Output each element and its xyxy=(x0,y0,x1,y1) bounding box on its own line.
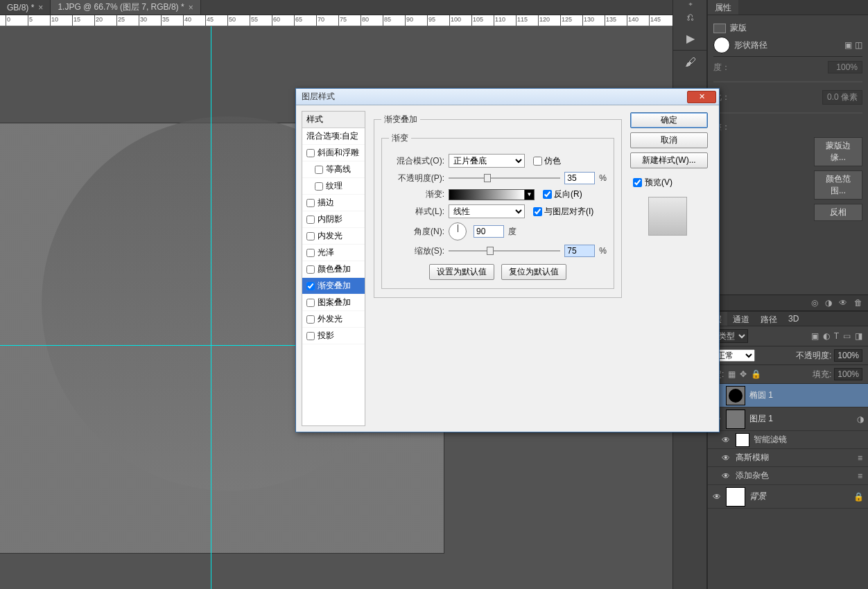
style-checkbox[interactable] xyxy=(315,166,323,174)
color-range-button[interactable]: 颜色范围... xyxy=(814,170,862,200)
brush-icon[interactable]: 🖌 xyxy=(673,52,708,73)
properties-panel: 蒙版 形状路径 ▣ ◫ 度： 100% 化： 0.0 像素 整： 蒙版边缘...… xyxy=(708,15,868,225)
style-checkbox[interactable] xyxy=(315,182,323,191)
dialog-titlebar[interactable]: 图层样式 ✕ xyxy=(296,89,719,105)
style-item-label: 图案叠加 xyxy=(318,297,351,308)
mask-edge-button[interactable]: 蒙版边缘... xyxy=(814,137,862,166)
dock-handle[interactable] xyxy=(673,0,706,7)
style-item[interactable]: 光泽 xyxy=(302,245,365,261)
style-item[interactable]: 斜面和浮雕 xyxy=(302,145,365,161)
filter-adjust-icon[interactable]: ◐ xyxy=(823,331,830,341)
set-default-button[interactable]: 设置为默认值 xyxy=(429,264,494,280)
history-icon[interactable]: ⎌ xyxy=(673,7,708,28)
filter-row-blur[interactable]: 👁 高斯模糊 ≡ xyxy=(708,449,868,467)
filter-row-noise[interactable]: 👁 添加杂色 ≡ xyxy=(708,467,868,485)
play-icon[interactable]: ▶ xyxy=(673,28,708,49)
feather-value[interactable]: 0.0 像素 xyxy=(822,90,862,105)
visibility-toggle[interactable]: 👁 xyxy=(722,453,731,463)
filter-smart-icon[interactable]: ◨ xyxy=(855,331,862,341)
visibility-toggle[interactable]: 👁 xyxy=(722,435,731,445)
style-item[interactable]: 纹理 xyxy=(302,178,365,195)
target-icon[interactable]: ◎ xyxy=(811,298,818,308)
view-icon[interactable]: ◑ xyxy=(825,298,832,308)
close-button[interactable]: ✕ xyxy=(687,91,716,103)
close-icon[interactable]: × xyxy=(189,3,193,12)
invert-button[interactable]: 反相 xyxy=(814,204,862,221)
layer-row-background[interactable]: 👁 背景 🔒 xyxy=(708,485,868,509)
trash-icon[interactable]: 🗑 xyxy=(854,298,862,308)
style-checkbox[interactable] xyxy=(306,282,315,290)
density-value[interactable]: 100% xyxy=(828,61,862,73)
filter-shape-icon[interactable]: ▭ xyxy=(843,331,851,341)
paths-tab[interactable]: 路径 xyxy=(755,312,783,326)
blend-mode-select[interactable]: 正片叠底 xyxy=(449,154,525,168)
visibility-toggle[interactable]: 👁 xyxy=(712,492,722,502)
scale-slider[interactable] xyxy=(449,246,560,256)
cancel-button[interactable]: 取消 xyxy=(630,132,708,148)
style-item[interactable]: 描边 xyxy=(302,195,365,211)
lock-position-icon[interactable]: ✥ xyxy=(740,369,747,379)
style-item[interactable]: 颜色叠加 xyxy=(302,261,365,278)
guide-vertical[interactable] xyxy=(211,26,211,589)
style-item[interactable]: 图案叠加 xyxy=(302,294,365,311)
dither-checkbox[interactable] xyxy=(533,157,542,166)
layer-row-ellipse[interactable]: 椭圆 1 xyxy=(708,384,868,407)
angle-unit: 度 xyxy=(508,226,517,238)
align-checkbox[interactable] xyxy=(533,207,542,216)
reset-default-button[interactable]: 复位为默认值 xyxy=(501,264,566,280)
lock-all-icon[interactable]: 🔒 xyxy=(751,369,761,379)
style-checkbox[interactable] xyxy=(306,232,315,240)
percent-unit: % xyxy=(599,173,607,183)
layer-row-layer1[interactable]: 👁 图层 1 ◑ xyxy=(708,407,868,431)
filter-options-icon[interactable]: ≡ xyxy=(858,471,868,481)
visibility-toggle[interactable]: 👁 xyxy=(722,471,731,481)
properties-tab[interactable]: 属性 xyxy=(708,0,738,15)
style-checkbox[interactable] xyxy=(306,315,315,324)
style-checkbox[interactable] xyxy=(306,265,315,274)
blend-mode-select[interactable]: 正常 xyxy=(713,349,755,362)
fill-label: 填充: xyxy=(813,369,831,380)
filter-image-icon[interactable]: ▣ xyxy=(811,331,819,341)
ok-button[interactable]: 确定 xyxy=(630,112,708,128)
opacity-input[interactable] xyxy=(564,172,595,184)
filter-text-icon[interactable]: T xyxy=(834,331,839,341)
style-item[interactable]: 外发光 xyxy=(302,311,365,328)
close-icon[interactable]: × xyxy=(38,3,43,12)
style-checkbox[interactable] xyxy=(306,299,315,307)
reverse-checkbox[interactable] xyxy=(543,190,552,199)
style-checkbox[interactable] xyxy=(306,149,315,157)
layers-tabs: 层 通道 路径 3D xyxy=(708,311,868,326)
doc-tab-2[interactable]: 1.JPG @ 66.7% (图层 7, RGB/8) *× xyxy=(51,0,200,15)
preview-checkbox[interactable] xyxy=(633,178,642,187)
pixel-mask-icon[interactable]: ◫ xyxy=(855,40,862,50)
gradient-style-select[interactable]: 线性 xyxy=(449,204,525,218)
scale-input[interactable] xyxy=(564,245,595,257)
style-item[interactable]: 内发光 xyxy=(302,228,365,245)
eye-icon[interactable]: 👁 xyxy=(839,298,847,308)
opacity-value[interactable]: 100% xyxy=(834,349,862,362)
gradient-preview[interactable] xyxy=(449,189,525,200)
lock-pixels-icon[interactable]: ▦ xyxy=(728,369,736,379)
channels-tab[interactable]: 通道 xyxy=(727,312,755,326)
style-item[interactable]: 等高线 xyxy=(302,161,365,178)
opacity-slider[interactable] xyxy=(449,173,560,183)
angle-input[interactable] xyxy=(474,225,504,238)
3d-tab[interactable]: 3D xyxy=(783,312,804,326)
style-item[interactable]: 渐变叠加 xyxy=(302,278,365,294)
style-checkbox[interactable] xyxy=(306,249,315,257)
blending-options-item[interactable]: 混合选项:自定 xyxy=(302,128,365,145)
doc-tab-1[interactable]: GB/8) *× xyxy=(0,0,51,15)
style-checkbox[interactable] xyxy=(306,332,315,340)
vector-mask-icon[interactable]: ▣ xyxy=(844,40,852,50)
style-item[interactable]: 投影 xyxy=(302,328,365,344)
style-checkbox[interactable] xyxy=(306,216,315,224)
filter-options-icon[interactable]: ≡ xyxy=(858,453,868,463)
new-style-button[interactable]: 新建样式(W)... xyxy=(630,152,708,168)
style-checkbox[interactable] xyxy=(306,199,315,207)
fill-value[interactable]: 100% xyxy=(834,368,862,380)
style-item[interactable]: 内阴影 xyxy=(302,211,365,228)
smart-filters-header[interactable]: 👁 智能滤镜 xyxy=(708,431,868,449)
style-item-label: 描边 xyxy=(318,197,334,209)
angle-dial[interactable] xyxy=(449,222,467,240)
gradient-dropdown-icon[interactable]: ▼ xyxy=(525,189,535,200)
